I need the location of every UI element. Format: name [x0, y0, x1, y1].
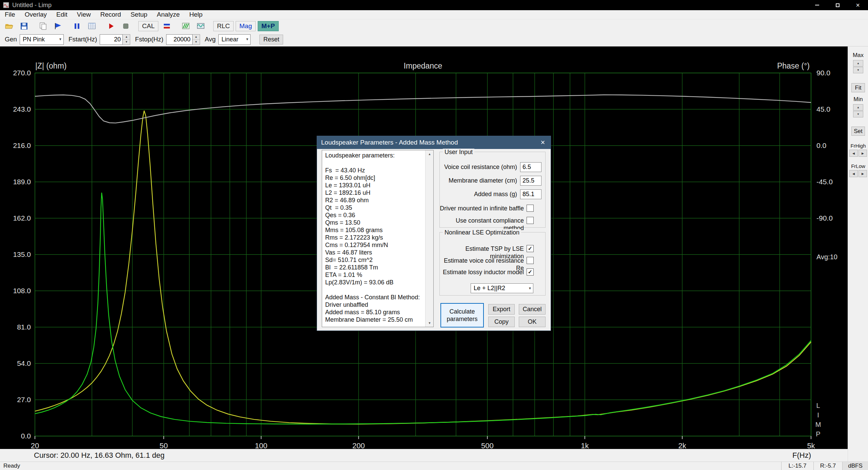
lse-optimization-group: Nonlinear LSE Optimization Estimate TSP … — [439, 232, 546, 296]
close-button[interactable]: × — [848, 0, 868, 10]
set-button[interactable]: Set — [851, 127, 865, 136]
menu-item[interactable]: Overlay — [20, 10, 52, 19]
export-button[interactable]: Export — [488, 304, 515, 315]
frlow-right-button[interactable]: ▶ — [859, 170, 867, 177]
parameter-line — [325, 159, 424, 167]
parameter-line: Qt = 0.35 — [325, 204, 424, 211]
max-up-button[interactable]: ▲ — [853, 60, 863, 67]
estimate-re-checkbox[interactable] — [527, 257, 534, 264]
scope-icon — [196, 22, 205, 31]
membrane-diameter-input[interactable] — [520, 176, 541, 186]
phase-tick-label: 90.0 — [816, 69, 830, 77]
arrow-down-icon[interactable]: ▼ — [123, 40, 130, 44]
spectrum-button[interactable] — [179, 21, 192, 32]
save-button[interactable] — [18, 21, 31, 32]
scroll-down-button[interactable]: ▼ — [426, 319, 434, 327]
input-level-right: R:-5.7 — [813, 462, 842, 470]
save-icon — [20, 22, 28, 31]
dual-trace-button[interactable] — [160, 21, 173, 32]
inductor-model-select[interactable]: Le + L2||R2 ▼ — [471, 283, 533, 293]
reset-button[interactable]: Reset — [259, 35, 283, 44]
min-up-button[interactable]: ▲ — [853, 104, 863, 111]
voice-coil-resistance-input[interactable] — [520, 162, 541, 172]
pause-button[interactable] — [71, 21, 83, 32]
frhigh-right-button[interactable]: ▶ — [859, 150, 867, 157]
added-mass-input[interactable] — [520, 189, 541, 199]
parameter-line: Vas = 46.87 liters — [325, 249, 424, 256]
copy-button[interactable]: Copy — [488, 317, 515, 327]
arrow-up-icon[interactable]: ▲ — [123, 35, 130, 40]
stop-button[interactable] — [119, 21, 132, 32]
parameters-listbox[interactable]: Loudspeaker parameters:Fs = 43.40 HzRe =… — [322, 150, 434, 327]
x-tick-label: 100 — [255, 441, 268, 449]
averaging-select[interactable]: Linear ▼ — [218, 34, 251, 45]
table-icon — [87, 22, 96, 31]
arrow-right-icon: ▶ — [862, 172, 864, 175]
fit-button[interactable]: Fit — [851, 83, 865, 92]
menu-item[interactable]: Setup — [126, 10, 152, 19]
arrow-down-icon: ▼ — [857, 69, 860, 72]
estimate-tsp-checkbox[interactable]: ✓ — [527, 245, 534, 252]
table-view-button[interactable] — [85, 21, 98, 32]
frhigh-left-button[interactable]: ◀ — [849, 150, 858, 157]
input-level-left: L:-15.7 — [781, 462, 813, 470]
set-label: Set — [854, 128, 863, 135]
arrow-up-icon[interactable]: ▲ — [193, 35, 200, 40]
menu-item[interactable]: Analyze — [152, 10, 185, 19]
chevron-down-icon: ▼ — [245, 37, 249, 41]
minimize-button[interactable] — [807, 0, 827, 10]
ok-button[interactable]: OK — [519, 317, 546, 327]
z-tick-label: 216.0 — [13, 142, 31, 149]
magnitude-button[interactable]: Mag — [236, 21, 256, 31]
menu-item[interactable]: Help — [184, 10, 207, 19]
phase-tick-label: 0.0 — [816, 142, 826, 149]
listbox-scrollbar[interactable]: ▲ ▼ — [425, 150, 433, 327]
open-file-button[interactable] — [3, 21, 16, 32]
calculate-parameters-button[interactable]: Calculate parameters — [440, 303, 484, 327]
status-text: Ready — [3, 463, 20, 469]
minimize-icon — [815, 5, 819, 5]
maximize-button[interactable] — [827, 0, 848, 10]
parameter-line: Added mass = 85.10 grams — [325, 308, 424, 316]
magnitude-phase-button[interactable]: M+P — [258, 21, 279, 31]
scope-button[interactable] — [194, 21, 207, 32]
copy-graph-button[interactable] — [37, 21, 50, 32]
generator-select[interactable]: PN Pink ▼ — [20, 34, 64, 45]
arrow-down-icon[interactable]: ▼ — [193, 40, 200, 44]
menu-item[interactable]: File — [0, 10, 20, 19]
calibrate-label: CAL — [142, 22, 155, 30]
menu-bar: FileOverlayEditViewRecordSetupAnalyzeHel… — [0, 10, 868, 19]
fstop-input[interactable] — [166, 34, 193, 45]
rlc-button[interactable]: RLC — [213, 21, 234, 31]
parameter-line: Membrane Diameter = 25.50 cm — [325, 316, 424, 323]
menu-item[interactable]: Edit — [52, 10, 72, 19]
dialog-title-bar[interactable]: Loudspeaker Parameters - Added Mass Meth… — [317, 136, 551, 149]
menu-item[interactable]: View — [72, 10, 96, 19]
parameter-line: R2 = 46.89 ohm — [325, 196, 424, 204]
arrow-up-icon: ▲ — [857, 106, 860, 109]
max-down-button[interactable]: ▼ — [853, 67, 863, 73]
min-down-button[interactable]: ▼ — [853, 111, 863, 117]
infinite-baffle-checkbox[interactable] — [527, 205, 534, 212]
window-title: Untitled - Limp — [12, 2, 52, 9]
parameter-line: ETA = 1.01 % — [325, 271, 424, 279]
limp-letter: I — [814, 410, 823, 420]
marker-button[interactable] — [52, 21, 64, 32]
scroll-up-button[interactable]: ▲ — [426, 150, 434, 158]
arrow-left-icon: ◀ — [852, 172, 855, 175]
cancel-button[interactable]: Cancel — [519, 304, 546, 315]
constant-compliance-checkbox[interactable] — [527, 217, 534, 224]
dialog-close-button[interactable]: × — [535, 136, 551, 149]
record-button[interactable] — [104, 21, 117, 32]
reset-label: Reset — [263, 36, 279, 43]
calibrate-button[interactable]: CAL — [138, 21, 158, 31]
averages-indicator: Avg:10 — [816, 253, 837, 261]
fstart-input[interactable] — [100, 34, 123, 45]
curve-phase — [35, 95, 811, 123]
frlow-left-button[interactable]: ◀ — [849, 170, 858, 177]
loudspeaker-parameters-dialog: Loudspeaker Parameters - Added Mass Meth… — [317, 136, 551, 331]
lossy-inductor-checkbox[interactable]: ✓ — [527, 268, 534, 276]
stop-icon — [121, 22, 130, 31]
menu-item[interactable]: Record — [96, 10, 126, 19]
limp-letter: M — [814, 420, 823, 429]
